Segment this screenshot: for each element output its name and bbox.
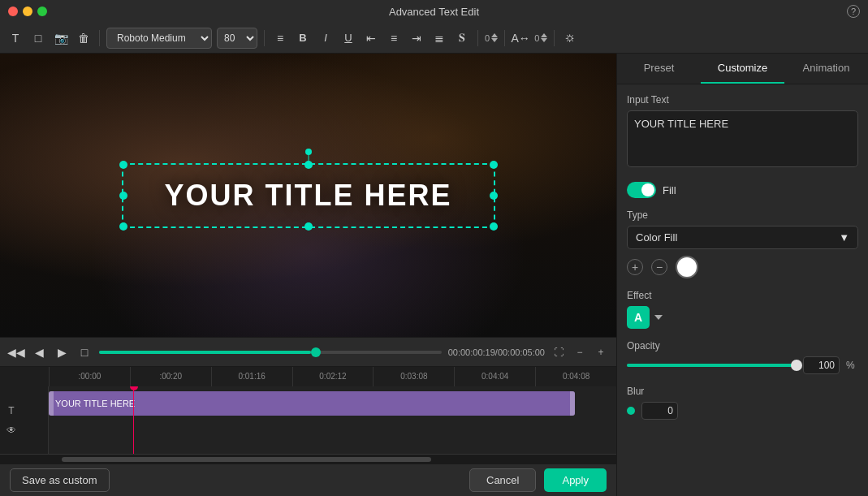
image-tool-icon[interactable]: 📷 (52, 29, 70, 47)
toolbar: T □ 📷 🗑 Roboto Medium 80 ≡ B I U ⇤ ≡ ⇥ ≣… (0, 23, 868, 54)
tab-customize[interactable]: Customize (701, 54, 784, 84)
separator-3 (477, 30, 478, 46)
blur-dot (627, 407, 635, 415)
input-text-section: Input Text (627, 94, 858, 170)
opacity-thumb[interactable] (791, 360, 802, 371)
minimize-button[interactable] (23, 6, 32, 16)
ruler-mark-0: :00:00 (49, 367, 130, 386)
type-value: Color Fill (636, 231, 677, 244)
opacity-row: % (627, 356, 858, 374)
eye-icon[interactable]: 👁 (3, 422, 19, 438)
timeline-tracks: YOUR TITLE HERE (49, 386, 616, 454)
effect-a-badge: A (627, 306, 650, 329)
scrollbar-thumb[interactable] (62, 457, 431, 462)
opacity-unit: % (846, 360, 858, 371)
tracking-label: 0 (534, 33, 539, 43)
playhead-top (130, 386, 138, 390)
more-options-icon[interactable]: ⛭ (561, 29, 579, 47)
handle-top-middle[interactable] (304, 161, 313, 169)
go-start-button[interactable]: ◀◀ (8, 344, 24, 360)
opacity-slider[interactable] (627, 364, 797, 367)
tab-preset[interactable]: Preset (617, 54, 701, 84)
font-size-selector[interactable]: 80 (217, 28, 257, 49)
tab-animation[interactable]: Animation (784, 54, 868, 84)
blur-row (627, 402, 858, 420)
right-panel: Preset Customize Animation Input Text Fi… (616, 54, 868, 496)
handle-top-left[interactable] (119, 161, 127, 169)
underline-button[interactable]: U (339, 29, 357, 47)
rotate-handle[interactable] (305, 149, 312, 155)
separator-4 (504, 30, 505, 46)
track-handle-left[interactable] (49, 391, 54, 416)
zoom-in-icon[interactable]: + (594, 345, 608, 360)
tracking-up-icon[interactable] (541, 33, 547, 37)
input-text-field[interactable] (627, 110, 858, 167)
progress-thumb[interactable] (311, 347, 321, 357)
opacity-fill (627, 364, 797, 367)
step-back-button[interactable]: ◀ (31, 344, 47, 360)
fullscreen-button[interactable]: □ (76, 344, 93, 360)
handle-middle-right[interactable] (490, 192, 498, 200)
timeline-left-panel: T 👁 (0, 386, 49, 454)
align-center-icon[interactable]: ≡ (385, 29, 403, 47)
color-swatch[interactable] (676, 256, 698, 278)
bold-button[interactable]: B (294, 29, 312, 47)
line-spacing-icon[interactable]: ≡ (271, 29, 289, 47)
align-right-icon[interactable]: ⇥ (408, 29, 425, 47)
save-custom-button[interactable]: Save as custom (10, 468, 110, 492)
separator-1 (99, 30, 100, 46)
help-icon[interactable]: ? (847, 5, 860, 18)
close-button[interactable] (8, 6, 18, 16)
color-add-button[interactable]: + (627, 259, 643, 275)
handle-bottom-right[interactable] (490, 222, 498, 231)
track-handle-right[interactable] (570, 391, 575, 416)
selection-box[interactable] (122, 163, 495, 228)
text-track[interactable]: YOUR TITLE HERE (49, 391, 575, 416)
frame-tool-icon[interactable]: □ (29, 29, 47, 47)
text-track-icon[interactable]: T (3, 403, 19, 419)
opacity-value-input[interactable] (803, 356, 840, 374)
handle-bottom-left[interactable] (119, 222, 127, 231)
video-container: YOUR TITLE HERE (0, 54, 616, 337)
fill-toggle[interactable] (627, 182, 656, 198)
cancel-button[interactable]: Cancel (469, 468, 536, 492)
delete-tool-icon[interactable]: 🗑 (75, 29, 93, 47)
zoom-out-icon[interactable]: − (572, 345, 587, 360)
ruler-mark-3: 0:02:12 (292, 367, 374, 386)
type-dropdown[interactable]: Color Fill ▼ (627, 226, 858, 249)
effect-chevron-icon[interactable] (654, 315, 663, 320)
blur-label: Blur (627, 386, 858, 397)
ruler-mark-1: :00:20 (130, 367, 211, 386)
maximize-button[interactable] (37, 6, 47, 16)
opacity-section: Opacity % (627, 340, 858, 374)
ruler-mark-4: 0:03:08 (373, 367, 454, 386)
align-justify-icon[interactable]: ≣ (430, 29, 448, 47)
effect-label: Effect (627, 290, 858, 301)
handle-top-right[interactable] (490, 161, 498, 169)
playhead[interactable] (133, 386, 134, 454)
blur-section: Blur (627, 386, 858, 420)
tracking-down-icon[interactable] (541, 38, 547, 42)
font-selector[interactable]: Roboto Medium (106, 28, 212, 49)
italic-button[interactable]: I (317, 29, 335, 47)
timeline-scrollbar[interactable] (0, 454, 616, 464)
window-controls (8, 6, 47, 16)
handle-middle-left[interactable] (119, 192, 127, 200)
rotation-label: 0 (485, 33, 490, 43)
blur-value-input[interactable] (641, 402, 678, 420)
fit-screen-icon[interactable]: ⛶ (551, 345, 566, 360)
color-remove-button[interactable]: − (651, 259, 667, 275)
rotation-up-icon[interactable] (491, 33, 498, 37)
align-left-icon[interactable]: ⇤ (362, 29, 380, 47)
strikethrough-icon[interactable]: 𝐒 (453, 29, 471, 47)
progress-bar[interactable] (99, 351, 442, 354)
text-tool-icon[interactable]: T (6, 29, 24, 47)
handle-bottom-middle[interactable] (304, 222, 313, 231)
play-button[interactable]: ▶ (54, 344, 70, 360)
video-area: YOUR TITLE HERE ◀◀ ◀ ▶ □ (0, 54, 616, 496)
main-content: YOUR TITLE HERE ◀◀ ◀ ▶ □ (0, 54, 868, 496)
rotation-down-icon[interactable] (491, 38, 498, 42)
letter-spacing-icon[interactable]: A↔ (512, 29, 529, 47)
type-chevron-icon: ▼ (839, 231, 849, 244)
apply-button[interactable]: Apply (544, 468, 607, 492)
